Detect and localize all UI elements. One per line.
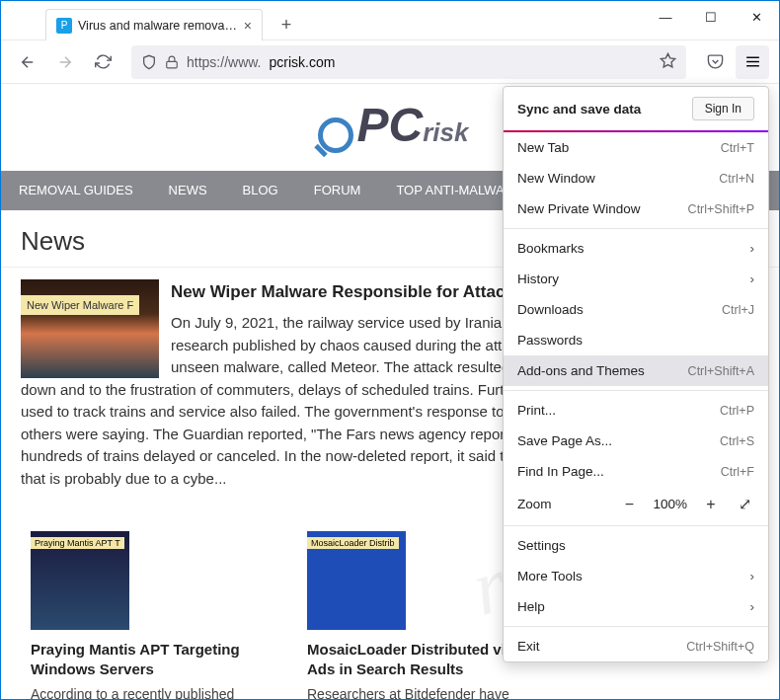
svg-rect-0 — [167, 61, 178, 67]
menu-label: Help — [517, 599, 545, 614]
menu-label: Exit — [517, 639, 540, 654]
url-domain: pcrisk.com — [269, 54, 335, 70]
shortcut: Ctrl+J — [722, 303, 754, 317]
nav-item[interactable]: REMOVAL GUIDES — [19, 183, 133, 197]
menu-label: New Tab — [517, 140, 569, 155]
browser-tab[interactable]: P Virus and malware removal inst × — [45, 9, 263, 40]
menu-label: Downloads — [517, 302, 584, 317]
menu-label: Find In Page... — [517, 464, 604, 479]
address-bar[interactable]: https://www.pcrisk.com — [131, 45, 686, 79]
card-title: MosaicLoader Distributed via Ads in Sear… — [307, 640, 524, 678]
app-menu-button[interactable] — [736, 45, 769, 79]
chevron-right-icon: › — [750, 569, 755, 583]
menu-new-window[interactable]: New WindowCtrl+N — [504, 163, 768, 194]
card-image: MosaicLoader Distrib — [307, 531, 406, 630]
menu-label: Passwords — [517, 333, 583, 348]
nav-item[interactable]: NEWS — [169, 183, 207, 197]
card-label: Praying Mantis APT T — [31, 537, 124, 549]
card-label: MosaicLoader Distrib — [307, 537, 399, 549]
thumb-label: New Wiper Malware F — [21, 295, 139, 316]
menu-sync-header: Sync and save data Sign In — [504, 87, 768, 132]
shortcut: Ctrl+Shift+Q — [686, 640, 754, 654]
menu-history[interactable]: History› — [504, 264, 768, 294]
zoom-value: 100% — [653, 497, 687, 511]
menu-new-tab[interactable]: New TabCtrl+T — [504, 132, 768, 163]
menu-print[interactable]: Print...Ctrl+P — [504, 395, 768, 426]
menu-label: Save Page As... — [517, 433, 612, 448]
menu-help[interactable]: Help› — [504, 591, 768, 622]
app-menu: Sync and save data Sign In New TabCtrl+T… — [503, 86, 769, 662]
back-button[interactable] — [11, 45, 44, 79]
close-window-button[interactable]: ✕ — [734, 1, 779, 33]
menu-passwords[interactable]: Passwords — [504, 325, 768, 355]
nav-item[interactable]: FORUM — [314, 183, 361, 197]
favicon-icon: P — [56, 18, 72, 34]
menu-label: Settings — [517, 538, 566, 553]
menu-downloads[interactable]: DownloadsCtrl+J — [504, 294, 768, 325]
card[interactable]: MosaicLoader Distrib MosaicLoader Distri… — [307, 531, 524, 699]
zoom-out-button[interactable]: − — [619, 496, 639, 513]
menu-find[interactable]: Find In Page...Ctrl+F — [504, 456, 768, 487]
menu-bookmarks[interactable]: Bookmarks› — [504, 233, 768, 264]
menu-separator — [504, 626, 768, 627]
card-title: Praying Mantis APT Targeting Windows Ser… — [31, 640, 248, 678]
close-tab-icon[interactable]: × — [244, 18, 252, 34]
card-text: According to a recently published — [31, 686, 248, 699]
forward-button[interactable] — [48, 45, 82, 79]
bookmark-star-icon[interactable] — [660, 52, 676, 72]
card-text: Researchers at Bitdefender have — [307, 686, 524, 699]
menu-separator — [504, 525, 768, 526]
menu-label: Add-ons and Themes — [517, 363, 645, 378]
svg-marker-1 — [661, 53, 674, 66]
shield-icon — [141, 54, 157, 70]
menu-label: Print... — [517, 403, 556, 418]
chevron-right-icon: › — [750, 599, 755, 614]
shortcut: Ctrl+S — [720, 434, 754, 448]
tab-title: Virus and malware removal inst — [78, 19, 238, 33]
pocket-icon[interactable] — [698, 45, 732, 79]
menu-separator — [504, 390, 768, 391]
new-tab-button[interactable]: + — [273, 11, 300, 39]
menu-save-page[interactable]: Save Page As...Ctrl+S — [504, 426, 768, 456]
nav-item[interactable]: BLOG — [243, 183, 278, 197]
magnifier-icon — [312, 117, 351, 157]
shortcut: Ctrl+T — [721, 141, 754, 155]
url-prefix: https://www. — [187, 54, 261, 70]
fullscreen-button[interactable]: ⤢ — [735, 495, 754, 513]
menu-label: New Window — [517, 171, 595, 186]
article-thumb[interactable]: New Wiper Malware F — [21, 279, 159, 378]
menu-label: More Tools — [517, 569, 583, 583]
zoom-in-button[interactable]: + — [701, 496, 721, 513]
chevron-right-icon: › — [750, 241, 755, 256]
menu-settings[interactable]: Settings — [504, 530, 768, 561]
shortcut: Ctrl+Shift+A — [688, 364, 754, 378]
toolbar: https://www.pcrisk.com — [1, 40, 779, 84]
shortcut: Ctrl+F — [721, 465, 754, 479]
menu-label: History — [517, 272, 559, 286]
reload-button[interactable] — [86, 45, 119, 79]
menu-separator — [504, 228, 768, 229]
lock-icon — [165, 55, 179, 69]
menu-more-tools[interactable]: More Tools› — [504, 561, 768, 591]
card-image: Praying Mantis APT T — [31, 531, 129, 630]
maximize-button[interactable]: ☐ — [688, 1, 734, 33]
menu-zoom: Zoom − 100% + ⤢ — [504, 487, 768, 521]
card[interactable]: Praying Mantis APT T Praying Mantis APT … — [31, 531, 248, 699]
shortcut: Ctrl+N — [719, 172, 754, 186]
menu-label: New Private Window — [517, 201, 641, 216]
sign-in-button[interactable]: Sign In — [692, 97, 754, 120]
minimize-button[interactable]: — — [643, 1, 688, 33]
chevron-right-icon: › — [750, 272, 755, 286]
title-bar: P Virus and malware removal inst × + — ☐… — [1, 1, 779, 40]
zoom-label: Zoom — [517, 497, 605, 511]
menu-label: Bookmarks — [517, 241, 585, 256]
menu-addons-themes[interactable]: Add-ons and ThemesCtrl+Shift+A — [504, 355, 768, 386]
menu-new-private-window[interactable]: New Private WindowCtrl+Shift+P — [504, 194, 768, 224]
menu-exit[interactable]: ExitCtrl+Shift+Q — [504, 631, 768, 661]
sync-title: Sync and save data — [517, 102, 641, 117]
window-controls: — ☐ ✕ — [643, 1, 779, 33]
shortcut: Ctrl+Shift+P — [688, 202, 754, 216]
shortcut: Ctrl+P — [720, 404, 754, 418]
